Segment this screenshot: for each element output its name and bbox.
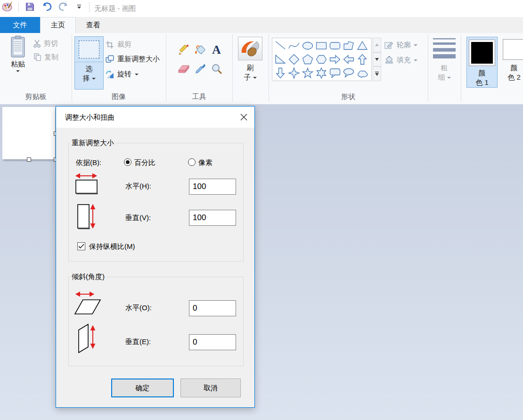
crop-button[interactable]: 裁剪 (106, 40, 131, 49)
tab-view[interactable]: 查看 (76, 17, 111, 33)
shape-rounded-rectangle-icon[interactable] (328, 39, 342, 52)
color1-button[interactable]: 颜 色 1 (466, 37, 498, 88)
rotate-icon (106, 70, 114, 79)
redo-icon[interactable] (56, 0, 70, 13)
size-button[interactable]: 粗 细 (430, 37, 459, 82)
clipboard-icon (10, 35, 26, 59)
drawing-canvas[interactable] (2, 107, 55, 159)
shape-right-triangle-icon[interactable] (273, 52, 287, 66)
shape-callout-cloud-icon[interactable] (355, 66, 369, 80)
shapes-gallery (272, 38, 372, 81)
radio-pixels-label[interactable]: 像素 (198, 158, 212, 167)
shape-triangle-icon[interactable] (355, 39, 369, 52)
undo-icon[interactable] (40, 0, 54, 13)
close-button[interactable] (233, 107, 254, 128)
paint-window: 无标题 - 画图 文件 主页 查看 粘贴 (0, 0, 523, 420)
tools-group-label: 工具 (166, 92, 232, 101)
text-tool[interactable]: A (208, 41, 225, 59)
paste-label: 粘贴 (11, 59, 25, 69)
select-dropdown-caret (92, 78, 96, 80)
checkmark-icon (78, 244, 84, 249)
group-divider (232, 34, 233, 102)
shape-star-5-icon[interactable] (301, 66, 314, 80)
shape-line-icon[interactable] (273, 39, 287, 52)
shape-star-4-icon[interactable] (287, 66, 301, 80)
resize-vertical-input[interactable] (189, 210, 236, 226)
qat-customize-dropdown-icon[interactable] (74, 0, 84, 13)
color2-button[interactable]: 颜 色 2 (499, 37, 523, 88)
paste-button[interactable]: 粘贴 (6, 35, 30, 72)
resize-horizontal-input[interactable] (189, 179, 236, 195)
shape-callout-rounded-icon[interactable] (328, 66, 342, 80)
rotate-dropdown-caret (135, 74, 139, 75)
shape-arrow-right-icon[interactable] (328, 52, 342, 66)
skew-vertical-input[interactable] (189, 334, 236, 350)
title-bar: 无标题 - 画图 (0, 0, 523, 17)
magnifier-tool[interactable] (208, 59, 225, 78)
group-divider (428, 34, 428, 102)
skew-horizontal-input[interactable] (189, 300, 236, 316)
tab-file[interactable]: 文件 (0, 17, 40, 33)
radio-percentage-label[interactable]: 百分比 (134, 158, 155, 167)
pencil-tool[interactable] (175, 41, 192, 59)
selection-rectangle-icon (79, 41, 99, 58)
image-group-label: 图像 (72, 92, 166, 101)
tools-grid: A (175, 41, 227, 78)
shape-curve-icon[interactable] (287, 39, 301, 52)
maintain-aspect-ratio-label[interactable]: 保持纵横比(M) (89, 242, 135, 251)
fill-icon (384, 56, 394, 65)
dialog-title-bar[interactable]: 调整大小和扭曲 (56, 107, 254, 128)
eyedropper-icon (195, 63, 206, 74)
text-tool-icon: A (212, 43, 221, 57)
shape-callout-oval-icon[interactable] (342, 66, 355, 80)
shape-diamond-icon[interactable] (287, 52, 301, 66)
shapes-scroll-down-button[interactable] (373, 52, 381, 67)
shapes-expand-gallery-button[interactable] (373, 66, 381, 81)
shape-ellipse-icon[interactable] (301, 39, 314, 52)
size-label-line1: 粗 (441, 63, 448, 73)
canvas-resize-handle-bottom[interactable] (27, 157, 31, 162)
select-button[interactable]: 选 择 (74, 36, 104, 90)
shape-arrow-left-icon[interactable] (342, 52, 355, 66)
color2-label-line2: 色 2 (507, 73, 521, 82)
qat-separator (89, 2, 90, 12)
horizontal-skew-icon (73, 290, 102, 318)
group-divider (72, 34, 72, 102)
brushes-label-line1: 刷 (247, 63, 254, 73)
vertical-resize-icon (77, 204, 97, 231)
shape-arrow-up-icon[interactable] (355, 52, 369, 66)
cut-button[interactable]: 剪切 (33, 39, 58, 48)
group-divider (461, 34, 461, 102)
radio-percentage[interactable] (124, 158, 131, 166)
shape-arrow-down-icon[interactable] (273, 66, 287, 80)
ribbon: 粘贴 剪切 复制 剪贴板 选 择 (0, 33, 523, 105)
shape-fill-button[interactable]: 填充 (384, 56, 417, 65)
shape-outline-button[interactable]: 轮廓 (384, 41, 417, 49)
copy-button[interactable]: 复制 (34, 53, 58, 62)
shape-rectangle-icon[interactable] (314, 39, 328, 52)
maintain-aspect-ratio-checkbox[interactable] (77, 242, 85, 250)
shapes-scroll-up-button[interactable] (373, 38, 381, 52)
fill-tool[interactable] (192, 41, 208, 59)
fill-dropdown-caret (414, 59, 417, 61)
save-icon[interactable] (24, 0, 36, 13)
shape-pentagon-icon[interactable] (301, 52, 314, 66)
brushes-button[interactable]: 刷 子 (235, 37, 265, 82)
shape-star-6-icon[interactable] (314, 66, 328, 80)
skew-horizontal-label: 水平(O): (125, 304, 152, 313)
rotate-button[interactable]: 旋转 (106, 70, 139, 79)
shape-polygon-icon[interactable] (342, 39, 355, 52)
fill-label: 填充 (397, 56, 411, 65)
ok-button[interactable]: 确定 (111, 379, 174, 397)
cancel-button[interactable]: 取消 (180, 379, 241, 397)
resize-button[interactable]: 重新调整大小 (106, 55, 160, 64)
eraser-tool[interactable] (175, 59, 192, 78)
rotate-label: 旋转 (117, 70, 131, 79)
color-picker-tool[interactable] (192, 59, 208, 78)
pencil-icon (178, 44, 190, 56)
radio-pixels[interactable] (188, 158, 196, 166)
shape-hexagon-icon[interactable] (314, 52, 328, 66)
paint-logo-icon[interactable] (1, 0, 14, 13)
outline-icon (384, 41, 394, 49)
tab-home[interactable]: 主页 (40, 17, 76, 33)
